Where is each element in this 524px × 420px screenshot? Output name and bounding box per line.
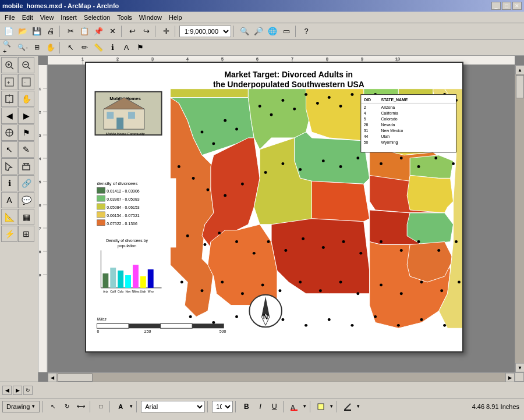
pan-button[interactable]: ✛ [160, 25, 172, 38]
rotate-tool[interactable]: ↻ [61, 400, 73, 413]
scrollbar-horizontal[interactable]: ◀ ▶ [48, 372, 515, 382]
scroll-down-button[interactable]: ▼ [515, 363, 524, 372]
pan-tool-button[interactable]: ✋ [44, 41, 57, 54]
fixed-zoom-out-tool[interactable]: - [18, 74, 34, 90]
undo-button[interactable]: ↩ [126, 25, 139, 38]
table-tool[interactable]: ▦ [18, 209, 34, 225]
menu-help[interactable]: Help [165, 13, 186, 22]
svg-point-152 [374, 315, 377, 318]
symbol-button[interactable]: ⚑ [134, 41, 147, 54]
prev-page-button[interactable]: ◀ [2, 386, 12, 395]
new-button[interactable]: 📄 [2, 25, 15, 38]
menu-window[interactable]: Window [136, 13, 165, 22]
select-elements-tool[interactable]: ↖ [1, 141, 17, 158]
select-button[interactable]: ↖ [64, 41, 77, 54]
svg-point-116 [235, 240, 238, 243]
text-dropdown-btn[interactable]: ▼ [128, 400, 134, 413]
text-tool[interactable]: A [114, 400, 127, 413]
map-tips-tool[interactable]: 💬 [18, 192, 34, 208]
font-color-button[interactable]: A [288, 400, 300, 413]
hyperlink-tool[interactable]: 🔗 [18, 175, 34, 191]
font-color-dropdown[interactable]: ▼ [302, 400, 307, 413]
full-extent-tool[interactable] [1, 124, 17, 141]
info-button[interactable]: ℹ [106, 41, 119, 54]
fill-color-button[interactable] [314, 400, 327, 413]
select-element-tool[interactable]: ↖ [47, 400, 59, 413]
scroll-left-button[interactable]: ◀ [48, 373, 57, 382]
menu-edit[interactable]: Edit [19, 13, 37, 22]
zoom-in-tool[interactable] [1, 57, 17, 73]
menu-file[interactable]: File [1, 13, 19, 22]
label-button[interactable]: A [120, 41, 133, 54]
maximize-button[interactable]: □ [502, 2, 511, 10]
zoom-full-button[interactable]: ⊞ [30, 41, 43, 54]
menu-tools[interactable]: Tools [114, 13, 136, 22]
drawing-sep2 [90, 401, 92, 412]
drawing-label: Drawing ▼ [2, 401, 40, 412]
scroll-up-button[interactable]: ▲ [515, 65, 524, 74]
lightning-tool[interactable]: ⚡ [1, 226, 17, 242]
overview-tool[interactable]: ⊞ [18, 226, 34, 242]
delete-button[interactable]: ✕ [106, 25, 119, 38]
svg-point-146 [235, 315, 238, 318]
open-button[interactable]: 📂 [16, 25, 29, 38]
layout-button[interactable]: ▭ [280, 25, 293, 38]
menu-selection[interactable]: Selection [80, 13, 114, 22]
flip-tool[interactable]: ⟷ [75, 400, 87, 413]
identify-tool[interactable]: ℹ [1, 175, 17, 191]
zoom-button[interactable]: 🔎 [252, 25, 265, 38]
next-page-button[interactable]: ▶ [13, 386, 22, 395]
scrollbar-vertical[interactable]: ▲ ▼ [515, 65, 524, 372]
zoom-out-button[interactable]: 🔍- [16, 41, 29, 54]
svg-text:Utah: Utah [381, 134, 390, 138]
save-button[interactable]: 💾 [30, 25, 43, 38]
scroll-thumb[interactable] [516, 75, 524, 98]
scroll-right-button[interactable]: ▶ [505, 373, 515, 382]
close-button[interactable]: ✕ [512, 2, 522, 10]
paste-button[interactable]: 📌 [92, 25, 105, 38]
edit-tool[interactable]: ✎ [18, 141, 34, 158]
bookmark-tool[interactable]: ⚑ [18, 124, 34, 141]
zoom-extent-tool[interactable] [1, 91, 17, 107]
svg-point-105 [339, 165, 342, 168]
pan-tool[interactable]: ✋ [18, 91, 34, 107]
scroll-h-thumb[interactable] [58, 373, 93, 382]
toolbar-standard: 📄 📂 💾 🖨 ✂ 📋 📌 ✕ ↩ ↪ ✛ 1:9,000,000 🔍 🔎 🌐 … [0, 23, 524, 40]
redo-button[interactable]: ↪ [140, 25, 153, 38]
forward-tool[interactable]: ▶ [18, 108, 34, 124]
zoom-out-tool[interactable] [18, 57, 34, 73]
italic-button[interactable]: I [254, 400, 267, 413]
cut-button[interactable]: ✂ [64, 25, 77, 38]
svg-point-79 [270, 113, 273, 116]
drawing-dropdown-icon[interactable]: ▼ [31, 404, 36, 409]
minimize-button[interactable]: _ [491, 2, 501, 10]
back-tool[interactable]: ◀ [1, 108, 17, 124]
layout-view-button[interactable]: ↻ [23, 386, 33, 395]
print-button[interactable]: 🖨 [44, 25, 57, 38]
font-selector[interactable]: Arial [141, 401, 205, 412]
identify-button[interactable]: 🔍 [238, 25, 251, 38]
clear-selection-tool[interactable] [18, 158, 34, 175]
zoom-in-button[interactable]: 🔍+ [2, 41, 15, 54]
font-size-selector[interactable]: 10 [212, 401, 233, 412]
svg-text:Utah: Utah [140, 290, 147, 293]
bold-button[interactable]: B [240, 400, 253, 413]
fill-dropdown[interactable]: ▼ [328, 400, 334, 413]
measure-button[interactable]: 📏 [92, 41, 105, 54]
menu-view[interactable]: View [37, 13, 58, 22]
find-tool[interactable]: A [1, 192, 17, 208]
measure-tool[interactable]: 📐 [1, 209, 17, 225]
copy-button[interactable]: 📋 [78, 25, 91, 38]
draw-rect-tool[interactable]: □ [94, 400, 107, 413]
underline-button[interactable]: U [268, 400, 281, 413]
svg-text:5: 5 [221, 57, 224, 61]
edit-button[interactable]: ✏ [78, 41, 91, 54]
fixed-zoom-in-tool[interactable]: + [1, 74, 17, 90]
menu-insert[interactable]: Insert [57, 13, 80, 22]
line-dropdown[interactable]: ▼ [355, 400, 361, 413]
line-color-button[interactable] [341, 400, 354, 413]
help-button[interactable]: ? [300, 25, 313, 38]
globe-button[interactable]: 🌐 [266, 25, 279, 38]
scale-dropdown[interactable]: 1:9,000,000 [179, 26, 231, 37]
select-features-tool[interactable] [1, 158, 17, 175]
